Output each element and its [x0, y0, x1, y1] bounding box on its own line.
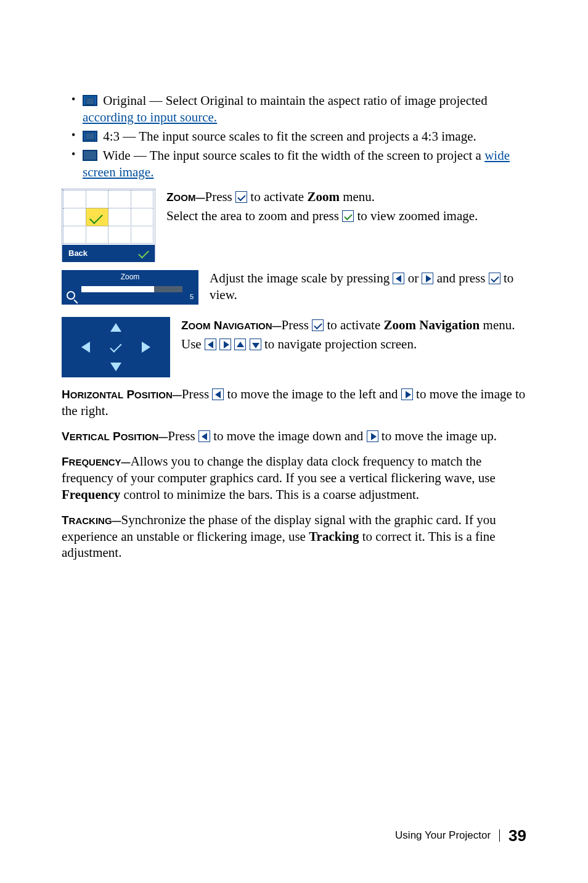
zoom-scale-panel: Zoom 5: [62, 270, 198, 305]
fourthree-text: 4:3 — The input source scales to fit the…: [100, 129, 476, 144]
zb-text-a: Adjust the image scale by pressing: [210, 271, 393, 285]
check-key-icon: [342, 210, 354, 222]
original-aspect-icon: [83, 95, 97, 106]
tr-h1: T: [62, 514, 69, 527]
fr-h1: F: [62, 455, 69, 468]
fourthree-aspect-icon: [83, 131, 97, 142]
hp-h2: ORIZONTAL: [70, 390, 123, 400]
zoom-nav-description: ZOOM NAVIGATION—Press to activate Zoom N…: [181, 317, 526, 353]
left-key-icon: [393, 273, 404, 284]
vp-h1: V: [62, 430, 70, 443]
zn-h1: Z: [181, 319, 189, 332]
zoom-scale-section: Zoom 5 Adjust the image scale by pressin…: [62, 270, 526, 305]
footer-divider: [499, 829, 500, 842]
zn-t1b: to activate: [324, 318, 383, 332]
zoom-text-2a: Select the area to zoom and press: [166, 208, 342, 223]
zoom-bar-label: Zoom: [67, 273, 194, 282]
horizontal-position-para: HORIZONTAL POSITION—Press to move the im…: [62, 386, 526, 419]
zn-t1c: menu.: [480, 318, 515, 332]
zoom-selected-cell: [86, 208, 109, 226]
page-footer: Using Your Projector 39: [395, 826, 526, 846]
footer-section: Using Your Projector: [395, 829, 491, 842]
zn-h2: OOM: [189, 321, 211, 331]
aspect-wide-item: Wide — The input source scales to fit th…: [71, 147, 526, 181]
check-key-icon: [312, 319, 324, 331]
aspect-ratio-list: Original — Select Original to maintain t…: [71, 92, 526, 180]
up-arrow-icon[interactable]: [110, 323, 121, 332]
hp-h1: H: [62, 388, 70, 401]
fr-b2: control to minimize the bars. This is a …: [120, 487, 419, 502]
zn-h3: N: [210, 319, 222, 332]
page-content: Original — Select Original to maintain t…: [62, 92, 526, 561]
zn-t1a: Press: [282, 318, 312, 332]
vp-c: to move the image up.: [378, 429, 497, 443]
zn-bold: Zoom Navigation: [384, 318, 480, 332]
wide-text: Wide — The input source scales to fit th…: [100, 148, 484, 163]
right-key-icon: [367, 430, 378, 442]
fr-h2: REQUENCY—: [69, 457, 131, 467]
zoom-text-2b: to view zoomed image.: [354, 208, 478, 223]
left-arrow-icon[interactable]: [81, 342, 90, 353]
zoom-back-label: Back: [68, 248, 88, 259]
original-text: Original — Select Original to maintain t…: [100, 93, 488, 108]
left-key-icon: [212, 388, 224, 400]
vp-h4: OSITION—: [121, 432, 168, 442]
frequency-para: FREQUENCY—Allows you to change the displ…: [62, 453, 526, 503]
right-key-icon: [219, 339, 231, 350]
vp-h3: P: [110, 430, 121, 443]
check-icon: [139, 248, 149, 259]
zoom-nav-panel: [62, 317, 170, 377]
zoom-heading-1: Z: [166, 191, 174, 203]
original-link[interactable]: according to input source.: [83, 110, 217, 125]
zb-text-b: or: [404, 271, 422, 285]
aspect-43-item: 4:3 — The input source scales to fit the…: [71, 128, 526, 145]
tr-bold: Tracking: [309, 529, 359, 544]
zb-text-c: and press: [433, 271, 488, 285]
hp-h4: OSITION—: [134, 390, 182, 400]
zn-t2b: to navigate projection screen.: [261, 337, 417, 351]
zoom-grid: [62, 189, 155, 245]
vp-b: to move the image down and: [210, 429, 367, 443]
zn-h4: AVIGATION—: [222, 321, 281, 331]
right-key-icon: [401, 388, 413, 400]
right-arrow-icon[interactable]: [142, 342, 150, 353]
zoom-text-1a: Press: [205, 189, 235, 204]
left-key-icon: [205, 339, 216, 350]
hp-b: to move the image to the left and: [224, 387, 401, 401]
hp-h3: P: [123, 388, 134, 401]
check-key-icon: [489, 273, 500, 284]
zoom-heading-2: OOM—: [174, 192, 205, 203]
vertical-position-para: VERTICAL POSITION—Press to move the imag…: [62, 428, 526, 445]
zoom-back-button[interactable]: Back: [62, 245, 155, 262]
down-key-icon: [250, 339, 261, 350]
zoom-text-1c: menu.: [340, 189, 375, 204]
wide-aspect-icon: [83, 150, 97, 161]
hp-a: Press: [182, 387, 213, 401]
vp-a: Press: [168, 429, 198, 443]
zoom-section: Back ZOOM—Press to activate Zoom menu. S…: [62, 189, 526, 261]
zoom-text-1b: to activate: [247, 189, 307, 204]
check-key-icon: [235, 191, 247, 203]
vp-h2: ERTICAL: [70, 432, 110, 442]
up-key-icon: [234, 339, 246, 350]
left-key-icon: [198, 430, 210, 442]
zn-t2a: Use: [181, 337, 205, 351]
right-key-icon: [422, 273, 433, 284]
zoom-selector-panel: Back: [62, 189, 155, 261]
fr-bold: Frequency: [62, 487, 120, 502]
page-number: 39: [508, 826, 526, 846]
zoom-value: 5: [190, 292, 194, 301]
tracking-para: TRACKING—Synchronize the phase of the di…: [62, 512, 526, 562]
magnifier-icon: [67, 291, 75, 300]
zoom-description: ZOOM—Press to activate Zoom menu. Select…: [166, 189, 526, 261]
check-icon[interactable]: [110, 341, 121, 353]
zoom-slider[interactable]: [81, 286, 182, 292]
zoom-nav-section: ZOOM NAVIGATION—Press to activate Zoom N…: [62, 317, 526, 377]
aspect-original-item: Original — Select Original to maintain t…: [71, 92, 526, 126]
zoom-bold: Zoom: [307, 189, 340, 204]
tr-h2: RACKING—: [69, 515, 121, 526]
zoom-scale-description: Adjust the image scale by pressing or an…: [210, 270, 526, 303]
down-arrow-icon[interactable]: [110, 363, 121, 371]
